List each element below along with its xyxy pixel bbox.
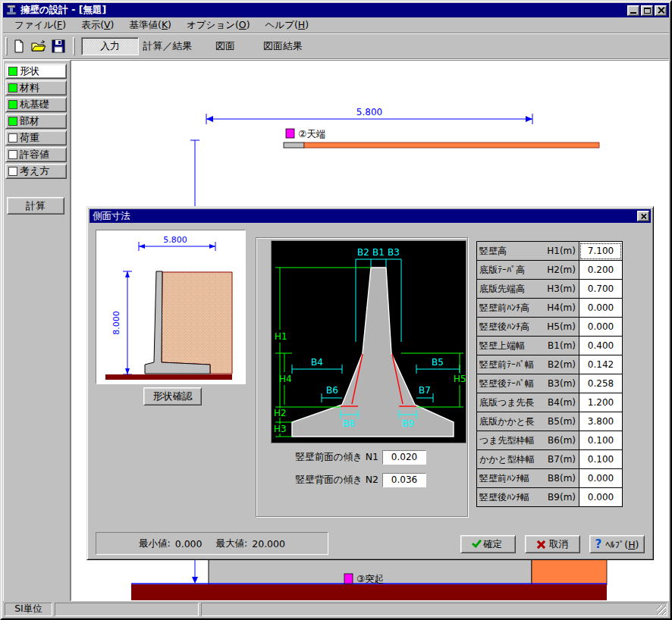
table-row: 竪壁後ﾊﾝﾁ幅B9(m)0.000 <box>476 488 623 507</box>
checked-square-icon <box>8 67 17 76</box>
width-dimension-value: 5.800 <box>356 107 382 117</box>
menu-options[interactable]: オプション(O) <box>181 17 256 33</box>
svg-text:B3: B3 <box>388 247 400 258</box>
status-bar: SI単位 <box>3 601 669 617</box>
sidebar-item-load[interactable]: 荷重 <box>5 130 67 146</box>
menu-standard-values[interactable]: 基準値(K) <box>124 17 177 33</box>
menu-help[interactable]: ヘルプ(H) <box>260 17 315 33</box>
sidebar-item-approach[interactable]: 考え方 <box>5 164 67 179</box>
sidebar-item-shape[interactable]: 形状 <box>5 64 67 79</box>
sidebar-item-member[interactable]: 部材 <box>5 114 67 129</box>
shape-confirm-button[interactable]: 形状確認 <box>143 387 202 406</box>
save-file-button[interactable] <box>49 37 68 55</box>
toolbar-grip-2[interactable] <box>73 37 75 55</box>
value-cell[interactable]: 0.400 <box>579 337 623 355</box>
x-icon <box>537 540 545 549</box>
resize-grip[interactable] <box>657 606 666 615</box>
value-cell[interactable]: 0.000 <box>579 488 623 507</box>
ground-strip <box>131 584 607 600</box>
maximize-button[interactable] <box>641 5 653 16</box>
value-cell[interactable]: 7.100 <box>579 242 623 261</box>
value-cell[interactable]: 0.258 <box>579 374 623 393</box>
value-cell[interactable]: 0.000 <box>579 469 623 488</box>
svg-text:B2: B2 <box>357 247 369 258</box>
unchecked-square-icon <box>8 167 17 176</box>
checked-square-icon <box>8 100 17 109</box>
tab-drawing-results[interactable]: 図面結果 <box>254 37 312 55</box>
table-row: 竪壁前ﾃｰﾊﾟ幅B2(m)0.142 <box>476 355 623 374</box>
value-cell[interactable]: 0.142 <box>579 355 623 374</box>
open-folder-icon <box>31 39 46 53</box>
dialog-title: 側面寸法 <box>93 210 130 223</box>
min-max-info: 最小値:0.000 最大値:20.000 <box>96 532 328 555</box>
dialog-close-button[interactable] <box>637 211 649 221</box>
value-cell[interactable]: 0.100 <box>579 431 623 450</box>
svg-text:B1: B1 <box>372 247 385 258</box>
dialog-title-bar: 側面寸法 <box>89 209 651 223</box>
new-file-button[interactable] <box>10 37 28 55</box>
bottom-marker-label: ③突起 <box>356 573 384 584</box>
tab-drawing[interactable]: 図面 <box>196 37 254 55</box>
maximize-icon <box>644 8 651 14</box>
svg-text:B6: B6 <box>326 385 338 396</box>
value-cell[interactable]: 0.200 <box>579 261 623 280</box>
table-row: 竪壁上端幅B1(m)0.400 <box>476 337 623 355</box>
side-dimensions-dialog: 側面寸法 5.800 <box>86 206 654 560</box>
menu-file[interactable]: ファイル(F) <box>9 17 71 33</box>
close-icon <box>640 213 645 218</box>
calculate-button[interactable]: 計算 <box>7 197 64 214</box>
tab-calc-results[interactable]: 計算／結果 <box>139 37 196 55</box>
value-cell[interactable]: 0.000 <box>579 299 623 318</box>
diagram-wall-shape <box>292 268 454 437</box>
tab-input[interactable]: 入力 <box>81 37 139 55</box>
front-slope-input[interactable] <box>382 450 426 465</box>
minimize-icon <box>630 12 636 14</box>
svg-text:H5: H5 <box>454 374 466 384</box>
cross-section-diagram: B2 B1 B3 B4 B6 B5 B7 B8 B9 <box>271 240 466 443</box>
unchecked-square-icon <box>8 150 17 159</box>
table-row: 底版先端高H3(m)0.700 <box>476 280 623 299</box>
app-icon <box>5 5 17 16</box>
preview-ground <box>105 374 232 380</box>
minimize-button[interactable] <box>627 5 639 16</box>
menu-view[interactable]: 表示(V) <box>76 17 119 33</box>
value-cell[interactable]: 0.100 <box>579 450 623 469</box>
table-row: 竪壁後ﾊﾝﾁ高H5(m)0.000 <box>476 318 623 337</box>
value-cell[interactable]: 0.000 <box>579 318 623 337</box>
bottom-marker-swatch <box>344 574 353 584</box>
toolbar-grip[interactable] <box>5 37 8 55</box>
main-area: 形状 材料 杭基礎 部材 荷重 許容値 考え方 計算 5.800 <box>3 60 669 601</box>
sidebar-item-allowable-values[interactable]: 許容値 <box>5 147 67 162</box>
wall-top-band <box>284 142 304 148</box>
help-button[interactable]: ? ﾍﾙﾌﾟ(H) <box>589 535 645 553</box>
question-icon: ? <box>595 537 602 551</box>
value-cell[interactable]: 3.800 <box>579 412 623 431</box>
open-file-button[interactable] <box>30 37 48 55</box>
sidebar-item-material[interactable]: 材料 <box>5 80 67 96</box>
dimensions-table: 竪壁高H1(m)7.100 底版ﾃｰﾊﾟ高H2(m)0.200 底版先端高H3(… <box>476 241 623 507</box>
back-slope-input[interactable] <box>382 473 426 487</box>
svg-text:B4: B4 <box>311 357 323 368</box>
table-row: 竪壁高H1(m)7.100 <box>476 242 623 261</box>
svg-text:H1: H1 <box>275 331 287 342</box>
checked-square-icon <box>8 83 17 92</box>
cancel-button[interactable]: 取消 <box>525 535 580 553</box>
svg-text:B7: B7 <box>419 385 431 396</box>
table-row: 竪壁前ﾊﾝﾁ幅B8(m)0.000 <box>476 469 623 488</box>
value-cell[interactable]: 1.200 <box>579 393 623 412</box>
close-button[interactable] <box>655 5 667 16</box>
svg-text:B8: B8 <box>343 418 355 429</box>
preview-backfill <box>162 272 232 374</box>
front-slope-row: 竪壁前面の傾き N1 <box>262 449 460 465</box>
table-row: 竪壁前ﾊﾝﾁ高H4(m)0.000 <box>476 299 623 318</box>
value-cell[interactable]: 0.700 <box>579 280 623 299</box>
ok-button[interactable]: 確定 <box>460 535 516 553</box>
backfill-top-band <box>304 142 599 148</box>
status-panel-3 <box>201 603 667 616</box>
svg-text:H3: H3 <box>274 424 287 434</box>
checked-square-icon <box>8 117 17 126</box>
title-bar: 擁壁の設計 - [無題] <box>3 3 669 17</box>
table-row: 底版ﾃｰﾊﾟ高H2(m)0.200 <box>476 261 623 280</box>
check-icon <box>472 537 482 548</box>
sidebar-item-pile-foundation[interactable]: 杭基礎 <box>5 97 67 112</box>
